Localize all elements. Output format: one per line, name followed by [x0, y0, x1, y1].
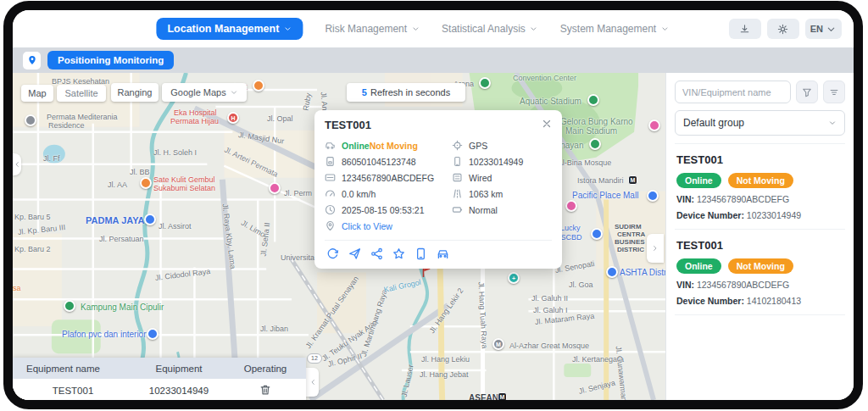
vin-row: VIN: 1234567890ABCDEFG	[676, 194, 843, 204]
mall-marker[interactable]	[606, 266, 618, 278]
gear-icon	[777, 24, 788, 35]
mall-marker[interactable]	[647, 190, 659, 202]
language-selector[interactable]: EN	[805, 19, 842, 39]
device-list: TEST001OnlineNot MovingVIN: 1234567890AB…	[675, 143, 845, 315]
hospital-marker[interactable]: H	[227, 112, 239, 124]
device-card[interactable]: TEST001OnlineNot MovingVIN: 1234567890AB…	[675, 230, 845, 315]
popup-row-clock: 2025-08-15 09:53:21	[325, 202, 452, 218]
star-icon[interactable]	[392, 247, 405, 260]
device-card[interactable]: TEST001OnlineNot MovingVIN: 1234567890AB…	[675, 143, 845, 230]
restaurant-marker[interactable]	[140, 177, 152, 189]
map-provider-select[interactable]: Google Maps	[162, 83, 247, 102]
map-type-map-button[interactable]: Map	[21, 85, 53, 102]
mosque-marker[interactable]: M	[492, 338, 504, 350]
table-header-equipment-name: Equipment name	[13, 364, 133, 374]
popup-value: 2025-08-15 09:53:21	[342, 205, 425, 215]
nav-location-management[interactable]: Location Management	[156, 18, 303, 40]
clinic-marker[interactable]: +	[508, 272, 520, 284]
nav-label: Location Management	[167, 23, 279, 35]
car-front-icon[interactable]	[437, 247, 449, 260]
device-list-panel: Default group TEST001OnlineNot MovingVIN…	[665, 73, 854, 400]
group-select[interactable]: Default group	[675, 110, 845, 136]
park-marker[interactable]	[589, 138, 601, 150]
park-marker[interactable]	[587, 94, 599, 106]
equipment-name-cell: TEST001	[13, 386, 133, 396]
poi-marker[interactable]	[269, 182, 281, 194]
poi-marker[interactable]	[648, 119, 660, 131]
search-row	[675, 81, 845, 103]
language-label: EN	[810, 24, 823, 34]
left-panel-collapse-handle[interactable]	[13, 153, 21, 175]
metro-badge[interactable]: M	[498, 392, 507, 400]
restaurant-marker[interactable]	[253, 80, 264, 92]
chevron-left-icon	[309, 378, 317, 386]
id-card-icon	[325, 172, 336, 183]
road-shield[interactable]: 12	[307, 353, 322, 364]
nav-label: System Management	[560, 23, 656, 35]
popup-row-mileage: 1063 km	[452, 186, 552, 202]
table-collapse-handle[interactable]	[306, 368, 319, 397]
close-icon[interactable]	[541, 118, 553, 130]
device-number-row: Device Number: 10233014949	[676, 210, 843, 220]
popup-title: TEST001	[325, 119, 552, 131]
moving-badge: Not Moving	[728, 258, 793, 274]
table-row[interactable]: TEST00110233014949	[13, 379, 306, 400]
chevron-down-icon	[828, 119, 837, 127]
right-panel-expand-handle[interactable]	[647, 234, 664, 263]
location-pin-button[interactable]	[23, 52, 41, 69]
clock-icon	[325, 204, 336, 215]
chevron-down-icon	[826, 24, 837, 35]
status-badges: OnlineNot Moving	[676, 258, 843, 274]
table-header-equipment: Equipment	[133, 364, 225, 374]
tablet-icon[interactable]	[415, 247, 427, 260]
park-marker[interactable]	[64, 300, 75, 312]
track-icon[interactable]	[326, 247, 339, 260]
click-to-view-link[interactable]: Click to View	[342, 221, 392, 231]
popup-value: 1063 km	[469, 189, 503, 199]
park-marker[interactable]	[479, 77, 491, 89]
business-marker[interactable]	[144, 214, 156, 225]
location-icon	[325, 220, 336, 231]
popup-value: 860501045123748	[342, 157, 416, 167]
status-badges: OnlineNot Moving	[676, 173, 843, 188]
tab-positioning-monitoring[interactable]: Positioning Monitoring	[47, 51, 174, 69]
share-icon[interactable]	[370, 247, 383, 260]
delete-icon[interactable]	[259, 384, 271, 396]
tab-bar: Positioning Monitoring	[13, 47, 854, 73]
map-canvas[interactable]: BPJS KesehatanPermata MediteraniaResiden…	[13, 73, 665, 400]
poi-marker[interactable]	[565, 200, 577, 212]
download-button[interactable]	[729, 19, 761, 39]
refresh-label: Refresh in seconds	[370, 87, 450, 97]
device-name: TEST001	[676, 239, 843, 252]
popup-row-location[interactable]: Click to View	[325, 218, 452, 234]
nav-system-management[interactable]: System Management	[560, 23, 669, 35]
device-info-popup: TEST001 OnlineNot Moving8605010451237481…	[314, 110, 562, 269]
sim-icon	[325, 156, 336, 167]
nav-risk-management[interactable]: Risk Management	[325, 23, 420, 35]
gps-icon	[452, 140, 463, 151]
ranging-button[interactable]: Ranging	[111, 83, 159, 102]
advanced-filter-button[interactable]	[823, 81, 845, 103]
refresh-interval-control[interactable]: 5 Refresh in seconds	[347, 83, 465, 102]
metro-badge[interactable]: M	[628, 175, 637, 185]
business-marker[interactable]	[147, 328, 159, 340]
filter-button[interactable]	[796, 81, 818, 103]
moving-badge: Not Moving	[728, 173, 793, 188]
popup-value: Wired	[469, 173, 492, 183]
popup-value: GPS	[469, 141, 487, 151]
popup-row-sim: 860501045123748	[325, 153, 452, 169]
send-icon[interactable]	[348, 247, 361, 260]
store-marker[interactable]	[591, 228, 603, 240]
settings-button[interactable]	[767, 19, 799, 39]
chevron-down-icon	[530, 25, 538, 33]
residence-marker[interactable]	[25, 114, 36, 126]
popup-row-id-card: 1234567890ABCDEFG	[325, 169, 452, 186]
popup-value: Normal	[469, 205, 498, 215]
popup-row-speed: 0.0 km/h	[325, 186, 452, 202]
nav-statistical-analysis[interactable]: Statistical Analysis	[442, 23, 538, 35]
filter-lines-icon	[829, 87, 839, 97]
equipment-table: Equipment nameEquipmentOperating TEST001…	[13, 358, 306, 400]
table-header-operating: Operating	[225, 364, 306, 374]
map-type-satellite-button[interactable]: Satellite	[57, 85, 106, 102]
search-input[interactable]	[675, 81, 791, 103]
